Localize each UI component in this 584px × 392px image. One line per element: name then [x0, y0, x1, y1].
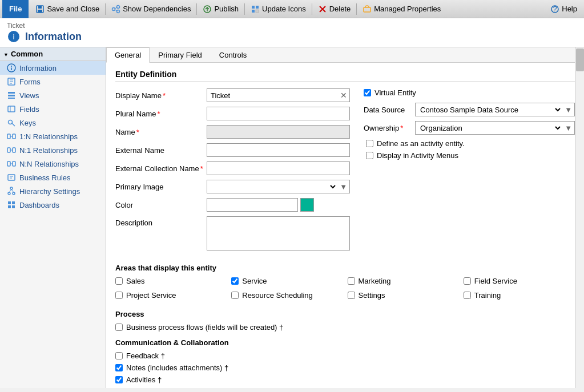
area-sales-checkbox[interactable]: [115, 277, 123, 285]
name-label: Name*: [115, 128, 207, 136]
area-marketing-label: Marketing: [359, 277, 391, 285]
managed-properties-icon: [363, 5, 372, 14]
comm-section-title: Communication & Collaboration: [115, 338, 575, 347]
svg-rect-10: [252, 6, 255, 9]
business-process-checkbox[interactable]: [115, 324, 123, 331]
sidebar-section-common[interactable]: Common: [0, 47, 106, 61]
sidebar-item-hierarchy-settings[interactable]: Hierarchy Settings: [0, 184, 106, 198]
area-settings-checkbox[interactable]: [348, 292, 355, 299]
description-label: Description: [115, 216, 207, 227]
area-settings-label: Settings: [359, 291, 385, 300]
svg-rect-28: [8, 92, 15, 94]
sidebar-item-n1-relationships[interactable]: N:1 Relationships: [0, 143, 106, 157]
business-process-row: Business process flows (fields will be c…: [115, 323, 575, 332]
scrollbar-thumb[interactable]: [576, 49, 584, 71]
sidebar-item-dashboards[interactable]: Dashboards: [0, 198, 106, 212]
sidebar-item-fields[interactable]: Fields: [0, 102, 106, 116]
color-input[interactable]: [207, 198, 298, 212]
area-field-service-row: Field Service: [464, 277, 575, 285]
comm-notes-checkbox[interactable]: [115, 364, 123, 371]
svg-line-7: [115, 10, 117, 11]
save-close-button[interactable]: Save and Close: [31, 3, 104, 15]
update-icons-button[interactable]: Update Icons: [246, 3, 311, 15]
primary-image-select[interactable]: [207, 180, 337, 193]
display-activity-label: Display in Activity Menus: [377, 151, 458, 160]
help-icon: ?: [550, 5, 559, 14]
delete-button[interactable]: Delete: [313, 3, 356, 15]
svg-rect-30: [8, 98, 15, 99]
plural-name-input[interactable]: Tickets: [207, 107, 350, 120]
define-activity-row: Define as an activity entity.: [366, 139, 575, 148]
area-field-service-label: Field Service: [474, 277, 517, 285]
business-rules-icon: [7, 173, 16, 182]
color-control: [207, 198, 314, 212]
svg-rect-1: [38, 6, 42, 9]
color-row: Color: [115, 198, 350, 212]
tab-controls[interactable]: Controls: [211, 47, 255, 62]
left-column: Display Name* ✕ Plural Name* Tic: [115, 88, 350, 257]
virtual-entity-checkbox[interactable]: [364, 89, 371, 96]
plural-name-label: Plural Name*: [115, 110, 207, 118]
display-name-input[interactable]: [207, 89, 338, 102]
sidebar-item-keys[interactable]: Keys: [0, 116, 106, 130]
forms-icon: [7, 77, 16, 86]
external-name-input[interactable]: Ticket: [207, 143, 350, 157]
comm-activities-checkbox[interactable]: [115, 376, 123, 383]
name-control: new_ticket: [207, 125, 350, 139]
file-button[interactable]: File: [2, 0, 29, 18]
area-resource-scheduling-checkbox[interactable]: [231, 292, 239, 299]
tab-general[interactable]: General: [106, 47, 150, 63]
area-training-label: Training: [474, 291, 501, 300]
area-resource-scheduling-row: Resource Scheduling: [231, 291, 343, 300]
external-collection-name-input[interactable]: Tickets: [207, 161, 350, 175]
ownership-select[interactable]: Organization: [416, 122, 562, 134]
svg-rect-38: [7, 148, 10, 152]
area-project-service-checkbox[interactable]: [115, 292, 123, 299]
sidebar-item-views[interactable]: Views: [0, 88, 106, 102]
name-input[interactable]: new_ticket: [207, 125, 350, 139]
area-sales-row: Sales: [115, 277, 227, 285]
name-row: Name* new_ticket: [115, 125, 350, 139]
tab-primary-field[interactable]: Primary Field: [150, 47, 211, 62]
area-marketing-checkbox[interactable]: [348, 277, 355, 285]
data-source-select[interactable]: Contoso Sample Data Source: [416, 103, 562, 116]
color-swatch[interactable]: [300, 198, 314, 212]
managed-properties-button[interactable]: Managed Properties: [358, 3, 445, 15]
external-name-control: Ticket: [207, 143, 350, 157]
display-name-clear-button[interactable]: ✕: [338, 91, 349, 100]
display-activity-checkbox[interactable]: [366, 152, 373, 159]
sidebar-item-forms[interactable]: Forms: [0, 75, 106, 88]
svg-rect-36: [13, 134, 15, 139]
area-training-checkbox[interactable]: [464, 292, 471, 299]
sidebar-item-label: 1:N Relationships: [19, 132, 78, 141]
area-service-checkbox[interactable]: [231, 277, 239, 285]
ownership-row: Ownership* Organization ▼: [364, 121, 575, 135]
comm-notes-row: Notes (includes attachments) †: [115, 363, 575, 372]
comm-feedback-checkbox[interactable]: [115, 352, 123, 359]
views-icon: [7, 91, 16, 100]
sidebar-item-1n-relationships[interactable]: 1:N Relationships: [0, 130, 106, 143]
help-button[interactable]: ? Help: [546, 3, 582, 15]
required-star: *: [136, 128, 139, 136]
separator: [105, 3, 106, 15]
comm-items-list: Feedback † Notes (includes attachments) …: [115, 351, 575, 388]
svg-point-33: [9, 120, 13, 124]
sidebar-item-business-rules[interactable]: Business Rules: [0, 171, 106, 184]
define-activity-checkbox[interactable]: [366, 140, 373, 147]
scrollbar[interactable]: [575, 47, 584, 388]
description-textarea[interactable]: [207, 216, 350, 250]
external-name-label: External Name: [115, 146, 207, 155]
publish-button[interactable]: Publish: [198, 3, 243, 15]
sidebar-item-label: Fields: [19, 105, 39, 114]
sidebar-item-information[interactable]: Information: [0, 61, 106, 75]
fields-icon: [7, 104, 16, 114]
sidebar-section-label: Common: [11, 50, 43, 58]
sidebar-item-nn-relationships[interactable]: N:N Relationships: [0, 157, 106, 171]
content-area: General Primary Field Controls Entity De…: [106, 47, 584, 388]
save-icon: [35, 5, 45, 14]
chevron-down-icon: [3, 50, 9, 58]
area-sales-label: Sales: [126, 277, 145, 285]
area-field-service-checkbox[interactable]: [464, 277, 471, 285]
svg-point-49: [13, 192, 15, 195]
show-dependencies-button[interactable]: Show Dependencies: [107, 3, 195, 15]
